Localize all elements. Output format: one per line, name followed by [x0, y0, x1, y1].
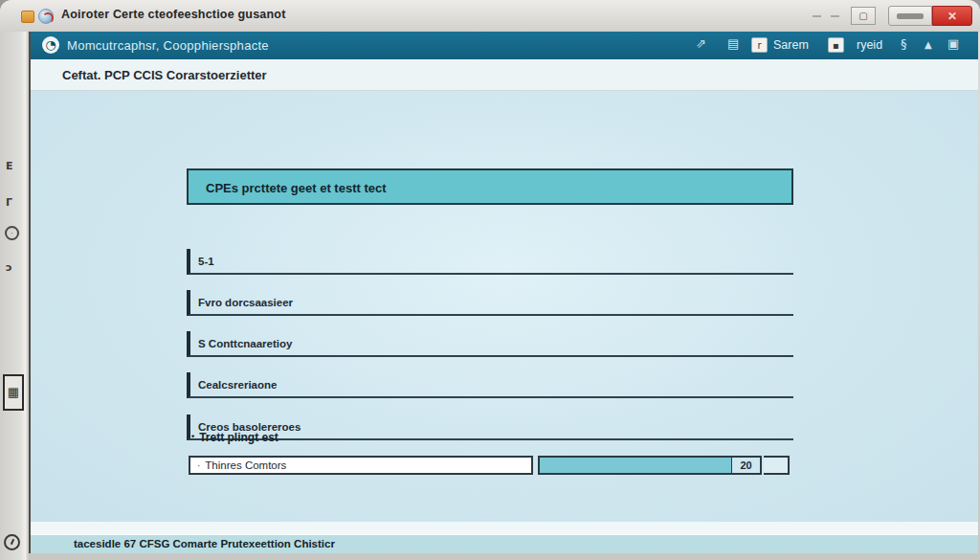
pre-status-strip	[31, 522, 978, 534]
mark-toolbar-button[interactable]: ▪	[828, 37, 844, 53]
form-banner: CPEs prcttete geet et testt tect	[187, 168, 793, 205]
dock-e-icon[interactable]: E	[6, 160, 13, 172]
field-label: Fvro dorcsaasieer	[198, 297, 293, 308]
combo-input[interactable]: ·Thinres Comtors	[189, 456, 533, 475]
form-banner-title: CPEs prcttete geet et testt tect	[206, 181, 387, 195]
app-logo-icon	[38, 9, 54, 24]
close-button[interactable]: ✕	[932, 6, 972, 26]
title-bar[interactable]: Aoiroter Certe cteofeeshctioe gusanot ▢ …	[0, 0, 980, 32]
form-field-row[interactable]: Cealcsreriaone	[187, 372, 793, 398]
panel-icon[interactable]: ▤	[727, 36, 739, 51]
titlebar-divider	[831, 15, 839, 17]
input-bullet-icon: ·	[197, 460, 200, 471]
window-title: Aoiroter Certe cteofeeshctioe gusanot	[61, 8, 286, 21]
spinner-cell[interactable]	[764, 456, 790, 475]
corner-clock-icon[interactable]	[4, 534, 20, 550]
minimize-button[interactable]	[888, 6, 932, 26]
save-button[interactable]: Sarem	[773, 38, 809, 52]
counter-value: 20	[732, 456, 762, 475]
option-label: •Trett plingt est	[191, 431, 278, 444]
maximize-button[interactable]: ▢	[851, 7, 876, 25]
radio-bullet-icon: •	[191, 432, 194, 441]
arrow-icon[interactable]: ▲	[924, 39, 932, 50]
r-toolbar-button[interactable]: r	[751, 37, 768, 53]
form-content: CPEs prcttete geet et testt tect 5-1 Fvr…	[31, 91, 978, 522]
dock-o-icon[interactable]: ɔ	[6, 261, 12, 274]
external-link-icon[interactable]: ⇗	[696, 36, 706, 51]
refresh-icon[interactable]: ◔	[42, 36, 59, 54]
mode-button[interactable]: ryeid	[857, 38, 882, 52]
form-field-row[interactable]: 5-1	[187, 249, 793, 275]
dock-grid-icon[interactable]: ▦	[3, 374, 24, 411]
progress-meter[interactable]	[538, 456, 733, 475]
desktop-window-frame: Aoiroter Certe cteofeeshctioe gusanot ▢ …	[0, 0, 980, 560]
form-field-row[interactable]: Fvro dorcsaasieer	[187, 290, 793, 316]
status-bar: tacesidle 67 CFSG Comarte Prutexeettion …	[31, 534, 978, 553]
window-panel-icon[interactable]: ▣	[947, 36, 959, 51]
titlebar-divider	[813, 15, 821, 17]
app-header-title: Momcutrcaphsr, Coopphiersphacte	[67, 38, 269, 53]
page-title: Ceftat. PCP CCIS Corarstoerzietter	[62, 68, 267, 82]
dock-f-icon[interactable]: Γ	[6, 196, 12, 209]
dock-clock-icon[interactable]: ·	[5, 226, 19, 240]
app-window: ◔ Momcutrcaphsr, Coopphiersphacte ⇗ ▤ r …	[29, 32, 978, 553]
status-text: tacesidle 67 CFSG Comarte Prutexeettion …	[74, 538, 335, 549]
field-label: Cealcsreriaone	[198, 379, 277, 391]
section-icon[interactable]: §	[901, 36, 907, 51]
app-header-bar: ◔ Momcutrcaphsr, Coopphiersphacte ⇗ ▤ r …	[31, 32, 978, 59]
form-field-row[interactable]: S Conttcnaaretioy	[187, 331, 793, 357]
page-subheader: Ceftat. PCP CCIS Corarstoerzietter	[31, 59, 978, 91]
left-dock-strip: E Γ · ɔ ▦	[0, 32, 29, 560]
field-label: S Conttcnaaretioy	[198, 338, 292, 349]
field-label: 5-1	[198, 256, 214, 267]
folder-icon	[21, 11, 34, 23]
